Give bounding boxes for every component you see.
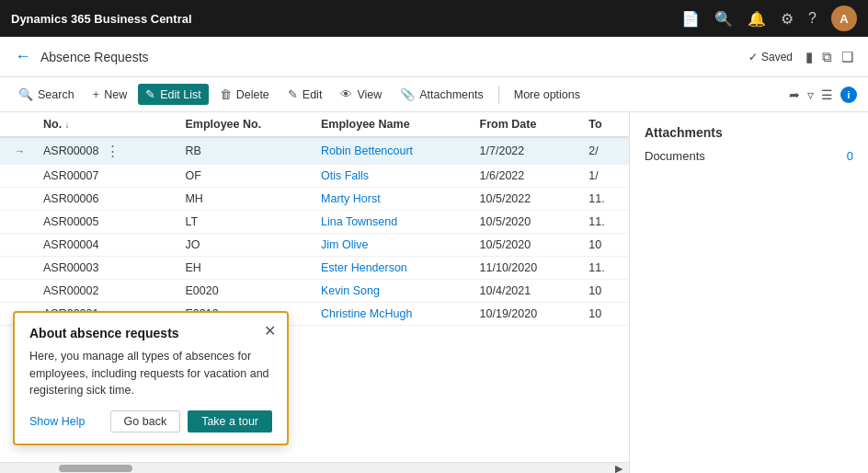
scroll-thumb[interactable] xyxy=(59,465,132,472)
settings-icon[interactable]: ⚙ xyxy=(781,10,794,28)
plus-icon: + xyxy=(93,87,100,101)
row-arrow-cell xyxy=(0,211,34,234)
cell-to: 11. xyxy=(579,188,629,211)
expand-icon[interactable]: ❑ xyxy=(841,49,853,65)
cell-from-date: 10/5/2020 xyxy=(471,234,580,257)
table-row[interactable]: →ASR00008⋮RBRobin Bettencourt1/7/20222/ xyxy=(0,137,629,165)
cell-from-date: 10/4/2021 xyxy=(471,280,580,303)
second-bar-right: ✓ Saved ▮ ⧉ ❑ xyxy=(748,49,853,65)
search-icon[interactable]: 🔍 xyxy=(714,10,733,28)
cell-emp-no: JO xyxy=(176,234,312,257)
edit-icon: ✎ xyxy=(288,87,298,101)
row-arrow-cell xyxy=(0,257,34,280)
cell-to: 1/ xyxy=(579,165,629,188)
absence-requests-table: No. ↓ Employee No. Employee Name From Da… xyxy=(0,112,629,326)
cell-no: ASR00002 xyxy=(34,280,176,302)
top-bar: Dynamics 365 Business Central 📄 🔍 🔔 ⚙ ? … xyxy=(0,0,868,37)
cell-no: ASR00003 xyxy=(34,257,176,279)
checkmark-icon: ✓ xyxy=(748,51,758,63)
table-header-row: No. ↓ Employee No. Employee Name From Da… xyxy=(0,112,629,137)
toolbar-right: ➦ ▿ ☰ i xyxy=(789,87,857,103)
horizontal-scrollbar[interactable]: ► xyxy=(0,462,629,473)
cell-to: 10 xyxy=(579,234,629,257)
cell-emp-no: E0020 xyxy=(176,280,312,303)
cell-emp-name[interactable]: Christine McHugh xyxy=(312,303,471,326)
table-row[interactable]: ASR00006MHMarty Horst10/5/202211. xyxy=(0,188,629,211)
cell-emp-name[interactable]: Lina Townsend xyxy=(312,211,471,234)
cell-from-date: 10/19/2020 xyxy=(471,303,580,326)
cell-emp-name[interactable]: Otis Falls xyxy=(312,165,471,188)
new-button[interactable]: + New xyxy=(86,84,135,105)
more-options-button[interactable]: More options xyxy=(507,85,588,105)
cell-emp-name[interactable]: Ester Henderson xyxy=(312,257,471,280)
send-icon[interactable]: ➦ xyxy=(789,87,800,102)
edit-button[interactable]: ✎ Edit xyxy=(280,84,330,105)
table-row[interactable]: ASR00005LTLina Townsend10/5/202011. xyxy=(0,211,629,234)
row-context-menu[interactable]: ⋮ xyxy=(102,143,123,159)
search-tool-icon: 🔍 xyxy=(18,87,33,101)
help-popup: ✕ About absence requests Here, you manag… xyxy=(13,311,289,445)
cell-emp-no: OF xyxy=(176,165,312,188)
table-row[interactable]: ASR00002E0020Kevin Song10/4/202110 xyxy=(0,280,629,303)
edit-list-button[interactable]: ✎ Edit List xyxy=(138,84,208,105)
columns-icon[interactable]: ☰ xyxy=(821,87,833,102)
cell-emp-name[interactable]: Kevin Song xyxy=(312,280,471,303)
take-tour-button[interactable]: Take a tour xyxy=(188,410,272,433)
bell-icon[interactable]: 🔔 xyxy=(748,10,766,28)
table-row[interactable]: ASR00003EHEster Henderson11/10/202011. xyxy=(0,257,629,280)
help-icon[interactable]: ? xyxy=(808,10,817,27)
cell-from-date: 10/5/2020 xyxy=(471,211,580,234)
documents-row: Documents 0 xyxy=(645,149,853,163)
cell-emp-no: EH xyxy=(176,257,312,280)
table-row[interactable]: ASR00004JOJim Olive10/5/202010 xyxy=(0,234,629,257)
filter-icon[interactable]: ▿ xyxy=(807,87,814,102)
cell-to: 2/ xyxy=(579,137,629,165)
attachments-title: Attachments xyxy=(645,125,853,140)
cell-emp-no: RB xyxy=(176,137,312,165)
row-arrow-cell xyxy=(0,188,34,211)
col-emp-name[interactable]: Employee Name xyxy=(312,112,471,137)
col-emp-no[interactable]: Employee No. xyxy=(176,112,312,137)
back-button[interactable]: ← xyxy=(15,47,31,66)
view-button[interactable]: 👁 View xyxy=(333,84,389,105)
col-no[interactable]: No. ↓ xyxy=(34,112,176,137)
help-popup-text: Here, you manage all types of absences f… xyxy=(29,348,272,399)
cell-emp-no: LT xyxy=(176,211,312,234)
view-icon: 👁 xyxy=(340,87,352,101)
second-bar-right-icons: ▮ ⧉ ❑ xyxy=(805,49,853,65)
bookmark-icon[interactable]: ▮ xyxy=(805,49,813,65)
info-icon[interactable]: i xyxy=(840,87,857,103)
help-popup-footer: Show Help Go back Take a tour xyxy=(29,410,272,433)
toolbar: 🔍 Search + New ✎ Edit List 🗑 Delete ✎ Ed… xyxy=(0,77,868,112)
app-title: Dynamics 365 Business Central xyxy=(11,12,192,26)
row-arrow-cell: → xyxy=(0,137,34,165)
cell-emp-name[interactable]: Marty Horst xyxy=(312,188,471,211)
cell-to: 11. xyxy=(579,211,629,234)
table-row[interactable]: ASR00007OFOtis Falls1/6/20221/ xyxy=(0,165,629,188)
cell-to: 10 xyxy=(579,303,629,326)
document-icon[interactable]: 📄 xyxy=(681,10,700,28)
share-icon[interactable]: ⧉ xyxy=(822,49,832,65)
col-to[interactable]: To xyxy=(579,112,629,137)
show-help-link[interactable]: Show Help xyxy=(29,415,85,428)
cell-from-date: 10/5/2022 xyxy=(471,188,580,211)
documents-label: Documents xyxy=(645,149,705,163)
cell-from-date: 11/10/2020 xyxy=(471,257,580,280)
col-from-date[interactable]: From Date xyxy=(471,112,580,137)
documents-count[interactable]: 0 xyxy=(847,149,853,163)
attachments-button[interactable]: 📎 Attachments xyxy=(393,84,490,105)
avatar[interactable]: A xyxy=(831,6,857,31)
cell-emp-name[interactable]: Jim Olive xyxy=(312,234,471,257)
toolbar-separator xyxy=(498,86,499,104)
cell-emp-name[interactable]: Robin Bettencourt xyxy=(312,137,471,165)
right-scroll-arrow[interactable]: ► xyxy=(612,461,625,474)
go-back-button[interactable]: Go back xyxy=(110,410,181,433)
row-arrow-icon: → xyxy=(9,145,25,156)
cell-from-date: 1/6/2022 xyxy=(471,165,580,188)
row-arrow-cell xyxy=(0,165,34,188)
delete-icon: 🗑 xyxy=(220,87,232,101)
delete-button[interactable]: 🗑 Delete xyxy=(212,84,277,105)
close-popup-button[interactable]: ✕ xyxy=(264,322,276,340)
cell-to: 10 xyxy=(579,280,629,303)
search-button[interactable]: 🔍 Search xyxy=(11,84,82,105)
